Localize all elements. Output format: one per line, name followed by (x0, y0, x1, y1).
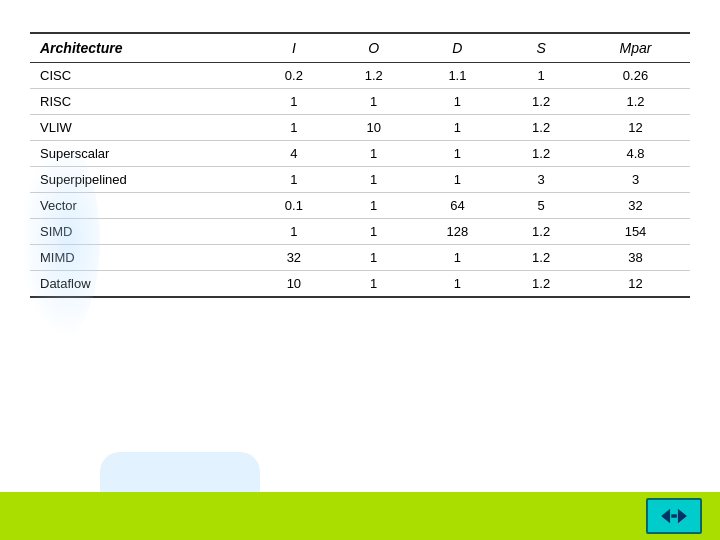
table-cell: 1 (334, 167, 414, 193)
table-cell: 1 (334, 193, 414, 219)
table-cell: 3 (501, 167, 581, 193)
bottom-left-decoration (100, 452, 260, 492)
table-cell: RISC (30, 89, 254, 115)
table-cell: Superscalar (30, 141, 254, 167)
table-cell: 1 (334, 271, 414, 298)
table-cell: 1 (254, 89, 334, 115)
table-cell: 12 (581, 115, 690, 141)
table-cell: 0.26 (581, 63, 690, 89)
header-cell-o: O (334, 33, 414, 63)
table-cell: 1.2 (501, 245, 581, 271)
table-cell: 1 (254, 115, 334, 141)
table-row: RISC1111.21.2 (30, 89, 690, 115)
table-cell: 4 (254, 141, 334, 167)
table-row: SIMD111281.2154 (30, 219, 690, 245)
table-cell: 64 (414, 193, 501, 219)
table-cell: VLIW (30, 115, 254, 141)
table-cell: 1 (414, 115, 501, 141)
table-cell: 38 (581, 245, 690, 271)
table-cell: Superpipelined (30, 167, 254, 193)
header-cell-d: D (414, 33, 501, 63)
table-cell: 1 (254, 219, 334, 245)
table-cell: 1 (334, 89, 414, 115)
table-cell: 1 (334, 219, 414, 245)
header-cell-architecture: Architecture (30, 33, 254, 63)
table-cell: 1.2 (334, 63, 414, 89)
table-row: Superpipelined11133 (30, 167, 690, 193)
table-row: Superscalar4111.24.8 (30, 141, 690, 167)
table-cell: 1 (334, 245, 414, 271)
table-row: Dataflow10111.212 (30, 271, 690, 298)
header-row: ArchitectureIODSMpar (30, 33, 690, 63)
table-cell: 1.2 (501, 89, 581, 115)
table-cell: CISC (30, 63, 254, 89)
table-header: ArchitectureIODSMpar (30, 33, 690, 63)
table-row: Vector0.1164532 (30, 193, 690, 219)
header-cell-s: S (501, 33, 581, 63)
header-cell-mpar: Mpar (581, 33, 690, 63)
table-cell: 1 (501, 63, 581, 89)
table-cell: 1.2 (501, 115, 581, 141)
table-cell: 10 (254, 271, 334, 298)
nav-button[interactable] (646, 498, 702, 534)
architecture-table: ArchitectureIODSMpar CISC0.21.21.110.26R… (30, 32, 690, 298)
table-cell: 1 (414, 245, 501, 271)
table-cell: 3 (581, 167, 690, 193)
table-cell: 0.2 (254, 63, 334, 89)
table-cell: 1 (414, 89, 501, 115)
table-cell: 0.1 (254, 193, 334, 219)
table-row: CISC0.21.21.110.26 (30, 63, 690, 89)
svg-rect-2 (671, 514, 677, 517)
table-cell: MIMD (30, 245, 254, 271)
table-cell: Dataflow (30, 271, 254, 298)
page-title (0, 0, 720, 28)
svg-marker-1 (678, 509, 687, 524)
table-cell: 1 (414, 271, 501, 298)
table-body: CISC0.21.21.110.26RISC1111.21.2VLIW11011… (30, 63, 690, 298)
header-cell-i: I (254, 33, 334, 63)
table-row: MIMD32111.238 (30, 245, 690, 271)
table-cell: 10 (334, 115, 414, 141)
svg-marker-0 (661, 509, 670, 524)
nav-arrows-icon (660, 506, 688, 526)
table-cell: 1.2 (501, 271, 581, 298)
table-cell: 4.8 (581, 141, 690, 167)
table-cell: 1.2 (501, 219, 581, 245)
table-cell: 1 (334, 141, 414, 167)
table-cell: 154 (581, 219, 690, 245)
table-cell: 1 (414, 167, 501, 193)
table-cell: 1 (254, 167, 334, 193)
table-cell: 1.2 (581, 89, 690, 115)
table-cell: 1 (414, 141, 501, 167)
table-cell: 32 (581, 193, 690, 219)
table-cell: 12 (581, 271, 690, 298)
table-cell: 5 (501, 193, 581, 219)
table-cell: 1.2 (501, 141, 581, 167)
table-container: ArchitectureIODSMpar CISC0.21.21.110.26R… (0, 32, 720, 298)
table-cell: 128 (414, 219, 501, 245)
bottom-bar (0, 492, 720, 540)
table-cell: Vector (30, 193, 254, 219)
table-cell: 32 (254, 245, 334, 271)
table-cell: SIMD (30, 219, 254, 245)
table-cell: 1.1 (414, 63, 501, 89)
table-row: VLIW11011.212 (30, 115, 690, 141)
